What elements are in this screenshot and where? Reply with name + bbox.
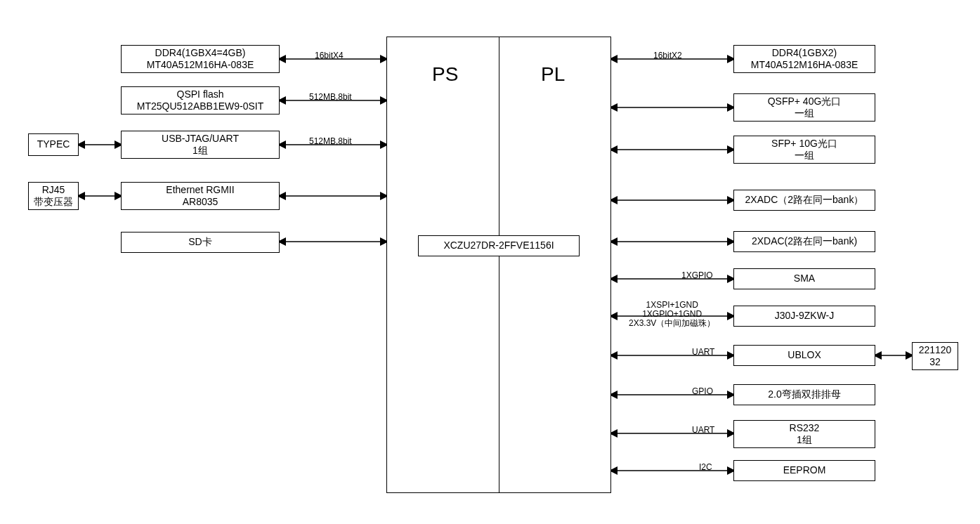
typec-block: TYPEC: [28, 133, 79, 156]
left-qspi-block: QSPI flash MT25QU512ABB1EW9-0SIT: [121, 86, 280, 114]
center-divider: [499, 37, 499, 493]
right-j30j-block: J30J-9ZKW-J: [733, 306, 875, 327]
right-header-conn-label: GPIO: [692, 386, 713, 396]
left-usb-block: USB-JTAG/UART 1组: [121, 131, 280, 159]
left-ddr4-conn-label: 16bitX4: [315, 51, 344, 60]
right-ublox-block: UBLOX: [733, 345, 875, 366]
left-qspi-conn-label: 512MB,8bit: [309, 92, 352, 102]
right-ddr4-block: DDR4(1GBX2) MT40A512M16HA-083E: [733, 45, 875, 73]
right-xadc-block: 2XADC（2路在同一bank）: [733, 190, 875, 211]
right-sma-block: SMA: [733, 268, 875, 289]
rj45-block: RJ45 带变压器: [28, 182, 79, 210]
ps-label: PS: [432, 63, 458, 86]
pl-label: PL: [541, 63, 565, 86]
right-sfp-block: SFP+ 10G光口 一组: [733, 136, 875, 164]
right-ddr4-conn-label: 16bitX2: [653, 51, 682, 60]
right-rs232-conn-label: UART: [692, 425, 714, 435]
block-diagram: PS PL XCZU27DR-2FFVE1156I TYPEC RJ45 带变压…: [0, 0, 980, 524]
right-ublox-conn-label: UART: [692, 347, 714, 357]
left-ddr4-block: DDR4(1GBX4=4GB) MT40A512M16HA-083E: [121, 45, 280, 73]
right-xdac-block: 2XDAC(2路在同一bank): [733, 231, 875, 252]
right-header-block: 2.0弯插双排排母: [733, 384, 875, 405]
right-eeprom-block: EEPROM: [733, 460, 875, 481]
chip-part-number: XCZU27DR-2FFVE1156I: [418, 235, 580, 256]
left-eth-block: Ethernet RGMII AR8035: [121, 182, 280, 210]
left-sd-block: SD卡: [121, 232, 280, 253]
right-qsfp-block: QSFP+ 40G光口 一组: [733, 93, 875, 122]
right-eeprom-conn-label: I2C: [699, 462, 712, 472]
right-j30j-conn-label: 1XSPI+1GND 1XGPIO+1GND 2X3.3V（中间加磁珠）: [629, 301, 715, 329]
right-rs232-block: RS232 1组: [733, 420, 875, 448]
left-usb-conn-label: 512MB,8bit: [309, 136, 352, 146]
ublox-ext-block: 221120 32: [912, 342, 958, 370]
right-sma-conn-label: 1XGPIO: [681, 270, 713, 280]
